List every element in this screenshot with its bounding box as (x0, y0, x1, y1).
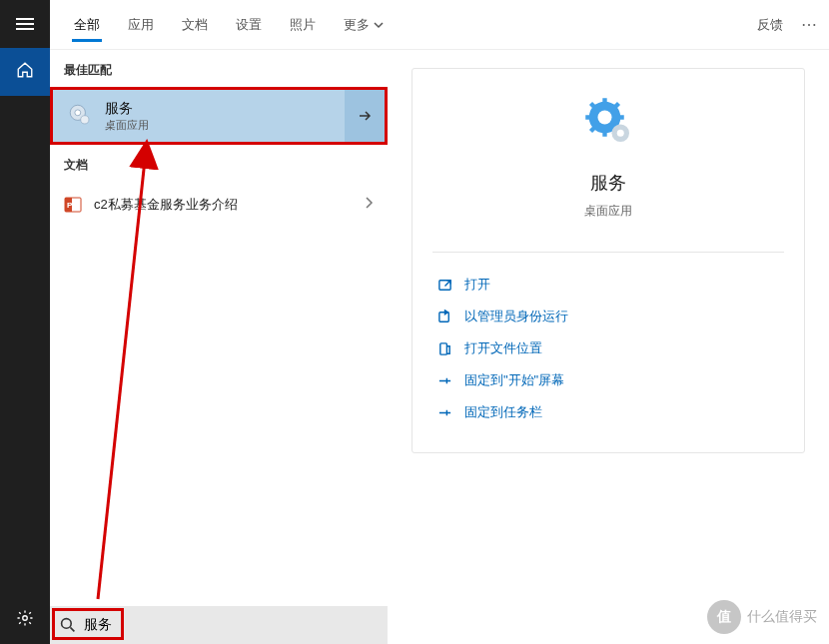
settings-button[interactable] (0, 596, 50, 644)
best-match-item[interactable]: 服务 桌面应用 (50, 87, 388, 145)
folder-icon (436, 340, 452, 356)
feedback-link[interactable]: 反馈 (757, 16, 783, 34)
top-tabs: 全部 应用 文档 设置 照片 更多 反馈 ⋯ (50, 0, 829, 50)
section-best-match: 最佳匹配 (50, 50, 388, 87)
svg-text:P: P (67, 201, 73, 210)
document-label: c2私募基金服务业务介绍 (94, 196, 352, 214)
action-label: 固定到"开始"屏幕 (464, 371, 564, 389)
svg-rect-14 (439, 342, 446, 353)
powerpoint-icon: P (64, 196, 82, 214)
tab-photos[interactable]: 照片 (276, 0, 330, 50)
results-column: 最佳匹配 服务 桌面应用 (50, 50, 388, 644)
gear-icon (16, 609, 34, 631)
main-panel: 全部 应用 文档 设置 照片 更多 反馈 ⋯ 最佳匹配 (50, 0, 829, 644)
home-icon (16, 61, 34, 83)
tab-all[interactable]: 全部 (60, 0, 114, 50)
chevron-right-icon (364, 196, 374, 214)
best-match-subtitle: 桌面应用 (105, 118, 149, 133)
action-pin-start[interactable]: 固定到"开始"屏幕 (432, 364, 784, 396)
tab-more-label: 更多 (344, 16, 370, 34)
svg-point-0 (23, 616, 28, 621)
action-label: 打开 (464, 276, 490, 294)
action-label: 打开文件位置 (464, 339, 542, 357)
home-button[interactable] (0, 48, 50, 96)
tab-documents[interactable]: 文档 (168, 0, 222, 50)
watermark-text: 什么值得买 (747, 608, 817, 626)
document-result[interactable]: P c2私募基金服务业务介绍 (50, 182, 388, 228)
tab-settings[interactable]: 设置 (222, 0, 276, 50)
svg-point-7 (62, 619, 72, 629)
services-app-icon (65, 100, 93, 132)
chevron-down-icon (374, 20, 384, 30)
svg-point-3 (81, 116, 89, 124)
detail-subtitle: 桌面应用 (584, 203, 632, 220)
tab-apps[interactable]: 应用 (114, 0, 168, 50)
action-open-location[interactable]: 打开文件位置 (432, 332, 784, 364)
pin-icon (436, 404, 452, 420)
detail-title: 服务 (590, 171, 626, 195)
action-label: 以管理员身份运行 (464, 308, 568, 325)
watermark: 值 什么值得买 (707, 600, 817, 634)
action-pin-taskbar[interactable]: 固定到任务栏 (432, 396, 784, 428)
svg-rect-13 (438, 312, 447, 321)
more-menu[interactable]: ⋯ (801, 15, 819, 34)
action-label: 固定到任务栏 (464, 403, 542, 421)
detail-app-icon (580, 93, 636, 153)
pin-icon (436, 372, 452, 388)
search-icon (60, 617, 76, 633)
svg-point-9 (598, 111, 612, 125)
admin-icon (436, 309, 452, 324)
section-documents: 文档 (50, 145, 388, 182)
hamburger-menu[interactable] (0, 0, 50, 48)
best-match-title: 服务 (105, 100, 149, 118)
search-input[interactable] (84, 617, 378, 633)
best-match-arrow[interactable] (345, 90, 385, 142)
detail-pane: 服务 桌面应用 打开 以管理员身份运行 打开文件位置 (388, 50, 829, 644)
svg-point-11 (617, 130, 624, 137)
left-rail (0, 0, 50, 644)
svg-point-2 (75, 110, 81, 116)
search-bar[interactable] (50, 606, 388, 644)
hamburger-icon (16, 18, 34, 30)
tab-more[interactable]: 更多 (330, 0, 398, 50)
watermark-glyph: 值 (707, 600, 741, 634)
arrow-right-icon (357, 108, 373, 124)
action-run-admin[interactable]: 以管理员身份运行 (432, 301, 784, 332)
open-icon (436, 277, 452, 293)
action-open[interactable]: 打开 (432, 269, 784, 301)
